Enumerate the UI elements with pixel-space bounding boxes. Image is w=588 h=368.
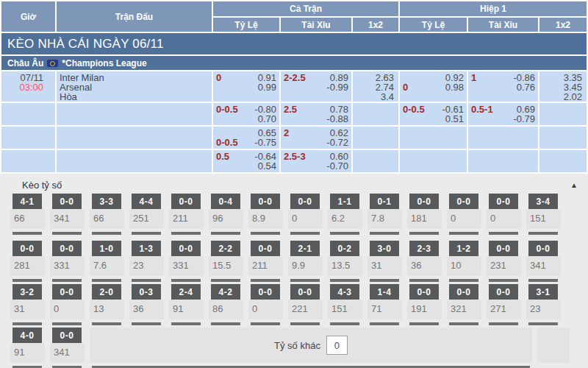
score-box[interactable]: 0-336 — [129, 284, 164, 325]
score-box[interactable]: 0-0191 — [407, 284, 442, 325]
score-box[interactable]: 0-0211 — [248, 241, 283, 282]
col-header-ft-handicap: Tỷ Lệ — [213, 18, 279, 32]
score-underline — [251, 232, 280, 235]
score-box[interactable]: 2-19.9 — [288, 241, 323, 282]
odds-value[interactable]: 2.02 — [564, 92, 582, 102]
score-box[interactable]: 0-0211 — [169, 194, 204, 235]
league-region: Châu Âu — [7, 58, 43, 68]
score-underline — [171, 322, 201, 325]
score-box[interactable]: 0-00 — [487, 194, 521, 235]
odds-line: 0.51 — [400, 114, 467, 124]
score-label: 1-2 — [449, 241, 478, 256]
score-box[interactable]: 3-123 — [526, 284, 561, 325]
score-box[interactable]: 0-0331 — [169, 241, 204, 282]
col-header-h1-over-under: Tài Xỉu — [468, 18, 538, 32]
odds-value[interactable]: -0.88 — [326, 114, 348, 124]
handicap-label: 2 — [284, 128, 289, 138]
score-underline — [171, 232, 201, 235]
league-bar[interactable]: Châu Âu*Champions League — [1, 56, 587, 70]
score-label: 0-0 — [290, 284, 320, 300]
score-box[interactable]: 3-366 — [90, 194, 124, 235]
odds-value[interactable]: -0.72 — [326, 138, 348, 147]
score-label: 0-0 — [489, 284, 518, 300]
odds-row: 0.5-0.640.54 2.5-30.60-0.70 — [1, 150, 587, 172]
score-box[interactable]: 0-0331 — [50, 241, 85, 282]
score-box[interactable]: 0-00 — [447, 194, 481, 235]
score-box[interactable]: 1-07.6 — [90, 241, 124, 282]
score-box[interactable]: 4-3151 — [328, 284, 362, 325]
score-box[interactable]: 2-215.5 — [209, 241, 243, 282]
score-box[interactable]: 1-16.2 — [328, 194, 362, 235]
score-box[interactable]: 2-336 — [407, 241, 442, 282]
odds-value[interactable]: 0.99 — [258, 82, 276, 92]
score-box[interactable]: 0-17.8 — [368, 194, 402, 235]
score-label: 0-0 — [528, 241, 558, 256]
score-section-header: Kèo tỷ số ▲ — [0, 174, 588, 194]
score-box[interactable]: 0-00 — [248, 284, 283, 325]
odds-value[interactable]: 3.4 — [381, 92, 394, 102]
eu-flag-icon — [47, 60, 58, 67]
odds-value[interactable]: -0.75 — [254, 138, 276, 147]
score-box[interactable]: 0-0221 — [288, 284, 323, 325]
match-teams-cell[interactable]: Inter Milan Arsenal Hòa — [57, 71, 212, 102]
score-box[interactable]: 3-4151 — [526, 194, 561, 235]
score-box[interactable]: 4-166 — [10, 194, 45, 235]
score-box[interactable]: 2-013 — [90, 284, 124, 325]
odds-value[interactable]: 0.70 — [258, 114, 276, 124]
score-underline — [132, 232, 161, 235]
score-underline — [251, 322, 280, 325]
draw-label[interactable]: Hòa — [57, 92, 212, 102]
odds-value[interactable]: 0.98 — [445, 82, 464, 92]
collapse-arrow-icon[interactable]: ▲ — [570, 181, 578, 189]
handicap-label: 0.5-1 — [471, 105, 493, 114]
score-odds: 7.6 — [90, 256, 124, 276]
odds-value[interactable]: -0.79 — [513, 114, 535, 124]
score-box[interactable]: 0-213.5 — [328, 241, 362, 282]
odds-value[interactable]: -0.99 — [326, 82, 348, 92]
score-box[interactable]: 1-471 — [368, 284, 402, 325]
score-box[interactable]: 0-00 — [50, 284, 85, 325]
score-underline — [330, 232, 359, 235]
score-box[interactable]: 4-4251 — [129, 194, 164, 235]
score-box[interactable]: 2-491 — [169, 284, 204, 325]
empty-cell — [57, 103, 212, 125]
other-score-input[interactable]: 0 — [326, 336, 348, 355]
score-box[interactable]: 0-0321 — [447, 284, 481, 325]
score-underline — [489, 279, 518, 282]
other-score-label: Tỷ số khác — [274, 340, 320, 351]
score-label: 0-0 — [449, 284, 478, 300]
score-label: 0-0 — [52, 194, 82, 209]
empty-cell — [57, 127, 212, 149]
score-underline — [290, 279, 320, 282]
score-underline — [330, 279, 359, 282]
score-box[interactable]: 0-08.9 — [248, 194, 283, 235]
score-box[interactable]: 0-0341 — [526, 241, 561, 282]
score-box[interactable]: 1-323 — [129, 241, 164, 282]
score-odds: 211 — [248, 256, 283, 276]
odds-value[interactable]: 0.51 — [445, 114, 464, 124]
score-odds: 71 — [368, 300, 402, 319]
handicap-label: 2-2.5 — [284, 73, 306, 82]
score-box[interactable]: 0-0181 — [407, 194, 442, 235]
score-box[interactable]: 3-231 — [10, 284, 45, 325]
score-box[interactable]: 3-031 — [368, 241, 402, 282]
score-box[interactable]: 1-210 — [447, 241, 481, 282]
score-box[interactable]: 4-286 — [209, 284, 243, 325]
score-box[interactable]: 0-0231 — [487, 241, 521, 282]
score-label: 2-2 — [211, 241, 240, 256]
odds-value[interactable]: -0.70 — [326, 161, 348, 171]
score-box[interactable]: 0-0271 — [487, 284, 521, 325]
team-away[interactable]: Arsenal — [57, 82, 212, 92]
odds-value[interactable]: 0.54 — [258, 161, 276, 171]
score-box[interactable]: 4-091 — [10, 328, 45, 368]
score-box[interactable]: 0-0341 — [50, 328, 85, 368]
score-box[interactable]: 0-496 — [209, 194, 243, 235]
score-underline — [370, 232, 399, 235]
odds-value[interactable]: 0.76 — [517, 82, 535, 92]
score-box[interactable]: 0-0341 — [50, 194, 85, 235]
score-box[interactable]: 0-0281 — [10, 241, 45, 282]
odds-line: -0.88 — [281, 114, 351, 124]
score-box[interactable]: 0-00 — [288, 194, 323, 235]
col-header-match: Trận Đấu — [57, 1, 212, 32]
score-underline — [132, 279, 161, 282]
